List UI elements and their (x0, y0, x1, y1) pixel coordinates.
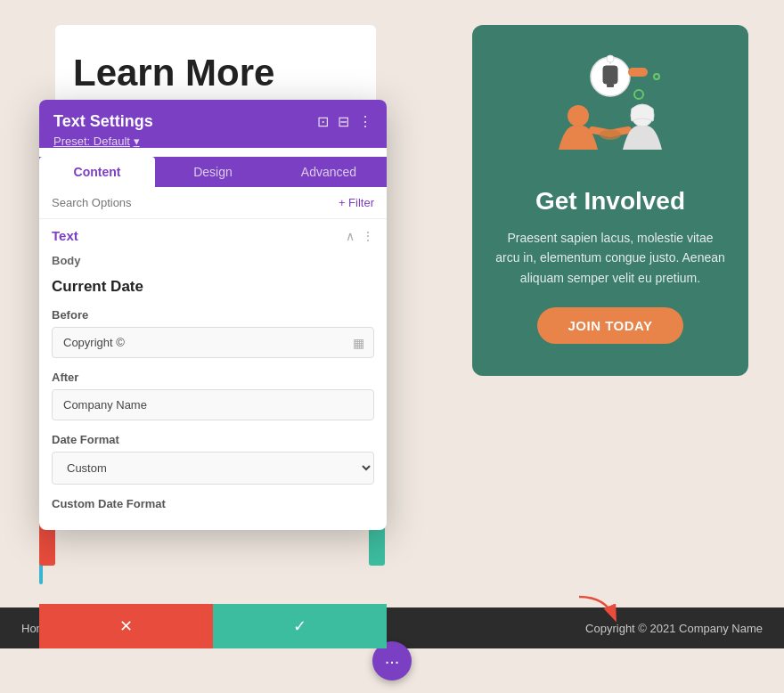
filter-button[interactable]: + Filter (339, 196, 374, 209)
panel-title: Text Settings (53, 112, 153, 131)
body-label: Body (52, 250, 374, 278)
search-input[interactable] (52, 196, 331, 209)
split-icon[interactable]: ⊟ (338, 113, 349, 130)
learn-more-text: Learn More (55, 25, 376, 94)
svg-rect-5 (628, 68, 648, 77)
settings-panel: Text Settings ⊡ ⊟ ⋮ Preset: Default ▾ Co… (39, 100, 387, 530)
panel-body: Text ∧ ⋮ Body Current Date Before ▦ Afte… (39, 219, 387, 530)
tab-advanced[interactable]: Advanced (271, 157, 387, 187)
svg-rect-1 (603, 66, 617, 84)
handshake-svg (539, 52, 682, 176)
section-chevron-up[interactable]: ∧ (346, 229, 355, 243)
after-field-group: After 1 (52, 371, 374, 420)
panel-tabs: Content Design Advanced (39, 157, 387, 187)
more-icon[interactable]: ⋮ (358, 113, 372, 130)
before-label: Before (52, 308, 374, 322)
current-date-title: Current Date (52, 278, 374, 296)
date-format-select-wrap: Custom Y-m-d m/d/Y d/m/Y (52, 452, 374, 485)
panel-bottom-actions: ✕ ✓ (39, 604, 387, 648)
svg-point-10 (600, 129, 621, 140)
expand-icon[interactable]: ⊡ (317, 113, 329, 130)
cancel-button[interactable]: ✕ (39, 604, 213, 648)
search-bar: + Filter (39, 187, 387, 219)
preset-arrow: ▾ (134, 135, 140, 148)
panel-header-top: Text Settings ⊡ ⊟ ⋮ (53, 112, 372, 131)
section-dots[interactable]: ⋮ (362, 229, 374, 243)
confirm-button[interactable]: ✓ (213, 604, 387, 648)
green-card: Get Involved Praesent sapien lacus, mole… (472, 25, 748, 376)
fab-icon: ··· (385, 651, 400, 672)
section-title: Text (52, 228, 78, 243)
svg-point-3 (607, 55, 614, 62)
card-title: Get Involved (494, 187, 727, 216)
section-controls: ∧ ⋮ (346, 229, 374, 243)
before-input[interactable] (53, 328, 344, 357)
calendar-icon: ▦ (344, 336, 373, 350)
illustration (539, 52, 682, 176)
arrow-indicator (570, 593, 624, 629)
preset-label[interactable]: Preset: Default ▾ (53, 135, 372, 148)
join-today-button[interactable]: JOIN TODAY (537, 307, 682, 344)
svg-rect-2 (607, 84, 614, 87)
after-label: After (52, 371, 374, 384)
svg-point-7 (654, 74, 659, 79)
date-format-label: Date Format (52, 433, 374, 446)
tab-design[interactable]: Design (155, 157, 271, 187)
date-format-select[interactable]: Custom Y-m-d m/d/Y d/m/Y (53, 452, 373, 484)
confirm-icon: ✓ (293, 616, 306, 636)
svg-point-6 (634, 90, 643, 99)
section-header: Text ∧ ⋮ (52, 219, 374, 250)
date-format-field-group: Date Format Custom Y-m-d m/d/Y d/m/Y (52, 433, 374, 485)
panel-header: Text Settings ⊡ ⊟ ⋮ Preset: Default ▾ (39, 100, 387, 148)
after-input[interactable] (53, 390, 373, 420)
svg-point-8 (568, 105, 589, 126)
before-field-group: Before ▦ (52, 308, 374, 358)
panel-header-icons: ⊡ ⊟ ⋮ (317, 113, 372, 130)
cancel-icon: ✕ (119, 616, 133, 636)
card-description: Praesent sapien lacus, molestie vitae ar… (494, 228, 727, 288)
current-date-section: Current Date Before ▦ After 1 Date Forma… (52, 278, 374, 510)
before-input-wrap: ▦ (52, 327, 374, 358)
tab-content[interactable]: Content (39, 157, 155, 187)
custom-date-label: Custom Date Format (52, 497, 374, 510)
arrow-svg (570, 593, 624, 625)
after-input-wrap (52, 389, 374, 420)
